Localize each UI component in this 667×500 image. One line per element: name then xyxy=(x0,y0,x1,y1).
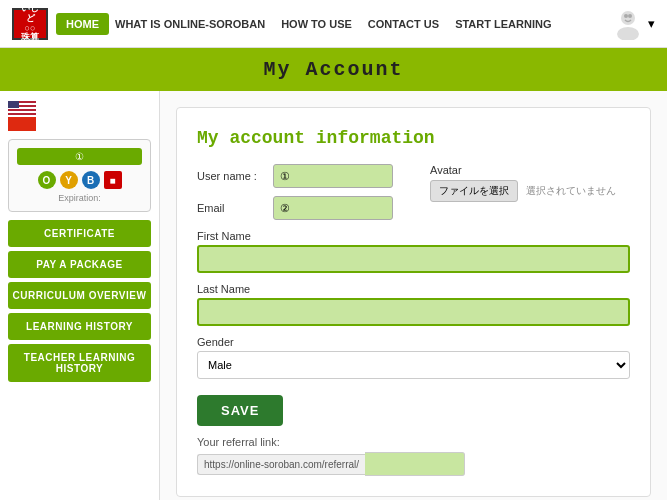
svg-point-0 xyxy=(621,11,635,25)
avatar-dropdown-icon: ▾ xyxy=(648,16,655,31)
svg-point-2 xyxy=(624,14,628,18)
section-title: My account information xyxy=(197,128,630,148)
level-icon-y: Y xyxy=(60,171,78,189)
sidebar-btn-curriculum[interactable]: CURRICULUM OVERVIEW xyxy=(8,282,151,309)
main-layout: ① O Y B ■ Expiration: CERTIFICATE PAY A … xyxy=(0,91,667,500)
level-icon-o: O xyxy=(38,171,56,189)
svg-point-3 xyxy=(628,14,632,18)
referral-prefix: https://online-soroban.com/referral/ xyxy=(197,454,365,475)
gender-field: Gender Male Female Other xyxy=(197,336,630,379)
save-button[interactable]: SAVE xyxy=(197,395,283,426)
page-header: My Account xyxy=(0,48,667,91)
logo[interactable]: いしど○○珠算 xyxy=(12,8,48,40)
form-left: User name : Email xyxy=(197,164,410,220)
page-title: My Account xyxy=(263,58,403,81)
nav-link-start[interactable]: START LEARNING xyxy=(455,18,551,30)
level-icon-sq: ■ xyxy=(104,171,122,189)
nav-link-contact[interactable]: CONTACT US xyxy=(368,18,439,30)
flag-container xyxy=(8,101,36,131)
sidebar-user-card: ① O Y B ■ Expiration: xyxy=(8,139,151,212)
avatar-icon xyxy=(612,8,644,40)
nav-link-what-is[interactable]: WHAT IS ONLINE-SOROBAN xyxy=(115,18,265,30)
last-name-label: Last Name xyxy=(197,283,630,295)
first-name-label: First Name xyxy=(197,230,630,242)
nav-avatar[interactable]: ▾ xyxy=(612,8,655,40)
sidebar-btn-teacher-learning-history[interactable]: TEACHER LEARNING HISTORY xyxy=(8,344,151,382)
last-name-field: Last Name xyxy=(197,283,630,326)
sidebar-level-icons: O Y B ■ xyxy=(17,171,142,189)
flag-us xyxy=(8,101,36,115)
svg-point-1 xyxy=(617,27,639,40)
main-content: My account information User name : Email… xyxy=(160,91,667,500)
sidebar: ① O Y B ■ Expiration: CERTIFICATE PAY A … xyxy=(0,91,160,500)
sidebar-btn-certificate[interactable]: CERTIFICATE xyxy=(8,220,151,247)
file-upload-status: 選択されていません xyxy=(526,184,616,198)
email-input[interactable] xyxy=(273,196,393,220)
form-right: Avatar ファイルを選択 選択されていません xyxy=(430,164,630,220)
navbar: いしど○○珠算 HOME WHAT IS ONLINE-SOROBAN HOW … xyxy=(0,0,667,48)
file-upload-button[interactable]: ファイルを選択 xyxy=(430,180,518,202)
expiration-label: Expiration: xyxy=(17,193,142,203)
avatar-upload-row: ファイルを選択 選択されていません xyxy=(430,180,630,202)
referral-code xyxy=(365,452,465,476)
sidebar-btn-pay-package[interactable]: PAY A PACKAGE xyxy=(8,251,151,278)
email-label: Email xyxy=(197,202,267,214)
nav-links: WHAT IS ONLINE-SOROBAN HOW TO USE CONTAC… xyxy=(115,18,612,30)
nav-home-button[interactable]: HOME xyxy=(56,13,109,35)
referral-input-row: https://online-soroban.com/referral/ xyxy=(197,452,630,476)
flag-cn xyxy=(8,117,36,131)
avatar-label: Avatar xyxy=(430,164,630,176)
nav-link-how-to[interactable]: HOW TO USE xyxy=(281,18,352,30)
referral-label: Your referral link: xyxy=(197,436,630,448)
username-input[interactable] xyxy=(273,164,393,188)
gender-select[interactable]: Male Female Other xyxy=(197,351,630,379)
logo-text: いしど○○珠算 xyxy=(19,4,41,44)
account-card: My account information User name : Email… xyxy=(176,107,651,497)
last-name-input[interactable] xyxy=(197,298,630,326)
sidebar-btn-learning-history[interactable]: LEARNING HISTORY xyxy=(8,313,151,340)
first-name-input[interactable] xyxy=(197,245,630,273)
username-label: User name : xyxy=(197,170,267,182)
sidebar-username: ① xyxy=(17,148,142,165)
gender-label: Gender xyxy=(197,336,630,348)
level-icon-b: B xyxy=(82,171,100,189)
first-name-field: First Name xyxy=(197,230,630,273)
username-avatar-row: User name : Email Avatar ファイルを選択 選択されていま… xyxy=(197,164,630,220)
